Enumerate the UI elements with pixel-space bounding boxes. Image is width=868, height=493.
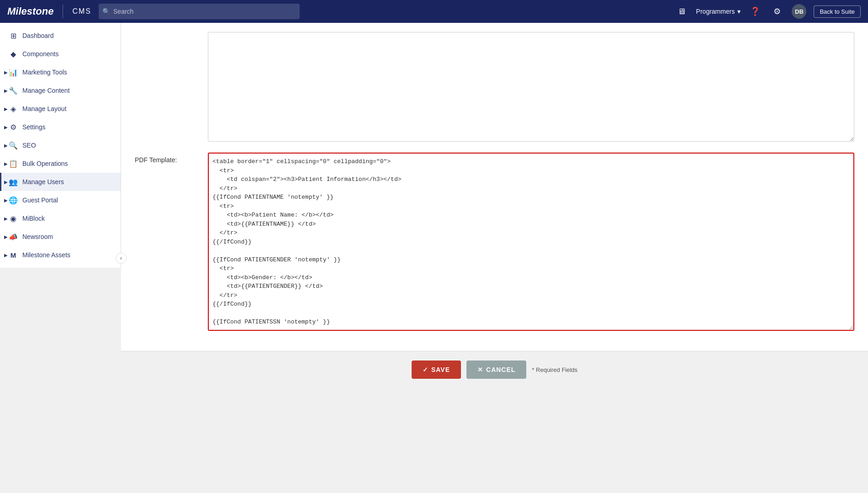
avatar: DB: [792, 4, 806, 19]
pdf-template-label: PDF Template:: [135, 153, 208, 164]
manage-layout-icon: ◈: [9, 104, 18, 113]
logo-text: Milestone: [7, 5, 53, 17]
components-icon: ◆: [9, 49, 18, 58]
required-fields-note: * Required Fields: [532, 366, 577, 373]
sidebar-item-miblock[interactable]: ▶ ◉ MiBlock: [0, 209, 121, 228]
sidebar-item-seo[interactable]: ▶ 🔍 SEO: [0, 136, 121, 154]
sidebar-label-manage-layout: Manage Layout: [22, 105, 67, 112]
sidebar-item-components[interactable]: ◆ Components: [0, 45, 121, 63]
manage-users-icon: 👥: [9, 177, 18, 186]
cancel-button[interactable]: ✕ CANCEL: [466, 360, 526, 379]
user-menu-button[interactable]: Programmers ▾: [696, 8, 741, 15]
expand-arrow-bulk: ▶: [4, 161, 8, 166]
settings-icon-button[interactable]: ⚙: [770, 4, 784, 19]
sidebar-item-milestone-assets[interactable]: ▶ M Milestone Assets: [0, 246, 121, 264]
sidebar-label-milestone-assets: Milestone Assets: [22, 251, 70, 259]
help-icon-button[interactable]: ❓: [748, 4, 762, 19]
sidebar-label-guest-portal: Guest Portal: [22, 196, 58, 204]
milestone-assets-icon: M: [9, 250, 18, 260]
expand-arrow-guest: ▶: [4, 198, 8, 203]
sidebar-label-manage-content: Manage Content: [22, 87, 70, 94]
search-container: 🔍: [99, 4, 300, 19]
expand-arrow-marketing: ▶: [4, 70, 8, 75]
sidebar-label-components: Components: [22, 50, 58, 58]
form-container: PDF Template: <table border="1" cellspac…: [121, 23, 868, 351]
upper-field-container: [208, 32, 854, 143]
sidebar-item-dashboard[interactable]: ⊞ Dashboard: [0, 27, 121, 45]
settings-icon: ⚙: [9, 122, 18, 132]
expand-arrow-layout: ▶: [4, 106, 8, 111]
footer-bar: ✓ SAVE ✕ CANCEL * Required Fields: [121, 351, 868, 388]
search-icon: 🔍: [102, 8, 110, 15]
sidebar-label-seo: SEO: [22, 142, 36, 149]
main-layout: ⊞ Dashboard ◆ Components ▶ 📊 Marketing T…: [0, 23, 868, 493]
expand-arrow-settings: ▶: [4, 125, 8, 130]
expand-arrow-seo: ▶: [4, 143, 8, 148]
save-button[interactable]: ✓ SAVE: [412, 360, 461, 379]
sidebar-label-dashboard: Dashboard: [22, 32, 54, 39]
sidebar-label-newsroom: Newsroom: [22, 233, 53, 240]
search-input[interactable]: [99, 4, 300, 19]
x-icon: ✕: [477, 366, 483, 373]
app-subtitle: CMS: [72, 7, 91, 16]
nav-right: 🖥 Programmers ▾ ❓ ⚙ DB Back to Suite: [674, 4, 861, 19]
pdf-template-row: PDF Template: <table border="1" cellspac…: [135, 153, 854, 333]
sidebar-wrapper: ⊞ Dashboard ◆ Components ▶ 📊 Marketing T…: [0, 23, 121, 493]
top-nav: Milestone CMS 🔍 🖥 Programmers ▾ ❓ ⚙ DB B…: [0, 0, 868, 23]
upper-form-row: [135, 32, 854, 143]
sidebar-item-newsroom[interactable]: ▶ 📣 Newsroom: [0, 228, 121, 246]
expand-arrow-assets: ▶: [4, 253, 8, 258]
sidebar-label-settings: Settings: [22, 123, 46, 131]
back-to-suite-button[interactable]: Back to Suite: [814, 5, 861, 18]
sidebar-item-settings[interactable]: ▶ ⚙ Settings: [0, 118, 121, 136]
sidebar-item-guest-portal[interactable]: ▶ 🌐 Guest Portal: [0, 191, 121, 209]
upper-field-label: [135, 32, 208, 36]
upper-textarea[interactable]: [208, 32, 854, 142]
sidebar-item-manage-users[interactable]: ▶ 👥 Manage Users: [0, 173, 121, 191]
sidebar-label-bulk-operations: Bulk Operations: [22, 160, 68, 167]
sidebar-item-manage-layout[interactable]: ▶ ◈ Manage Layout: [0, 100, 121, 118]
sidebar-item-bulk-operations[interactable]: ▶ 📋 Bulk Operations: [0, 154, 121, 173]
dashboard-icon: ⊞: [9, 31, 18, 40]
expand-arrow-miblock: ▶: [4, 216, 8, 221]
newsroom-icon: 📣: [9, 232, 18, 241]
pdf-template-field: <table border="1" cellspacing="0" cellpa…: [208, 153, 854, 333]
sidebar-item-manage-content[interactable]: ▶ 🔧 Manage Content: [0, 81, 121, 100]
sidebar-label-marketing-tools: Marketing Tools: [22, 69, 67, 76]
guest-portal-icon: 🌐: [9, 196, 18, 205]
sidebar-item-marketing-tools[interactable]: ▶ 📊 Marketing Tools: [0, 63, 121, 81]
miblock-icon: ◉: [9, 214, 18, 223]
expand-arrow-content: ▶: [4, 88, 8, 93]
expand-arrow-users: ▶: [4, 180, 8, 185]
seo-icon: 🔍: [9, 141, 18, 150]
expand-arrow-newsroom: ▶: [4, 234, 8, 239]
pdf-template-textarea[interactable]: <table border="1" cellspacing="0" cellpa…: [208, 153, 854, 331]
user-name: Programmers: [696, 8, 735, 15]
sidebar: ⊞ Dashboard ◆ Components ▶ 📊 Marketing T…: [0, 23, 121, 268]
sidebar-label-manage-users: Manage Users: [22, 178, 64, 186]
bulk-operations-icon: 📋: [9, 159, 18, 168]
chevron-down-icon: ▾: [737, 8, 741, 15]
marketing-tools-icon: 📊: [9, 68, 18, 77]
monitor-icon-button[interactable]: 🖥: [674, 4, 689, 19]
checkmark-icon: ✓: [423, 366, 429, 373]
sidebar-label-miblock: MiBlock: [22, 215, 45, 222]
manage-content-icon: 🔧: [9, 86, 18, 95]
sidebar-collapse-button[interactable]: ‹: [116, 253, 127, 264]
app-logo: Milestone: [7, 5, 53, 17]
content-area: PDF Template: <table border="1" cellspac…: [121, 23, 868, 493]
nav-divider: [63, 5, 63, 18]
